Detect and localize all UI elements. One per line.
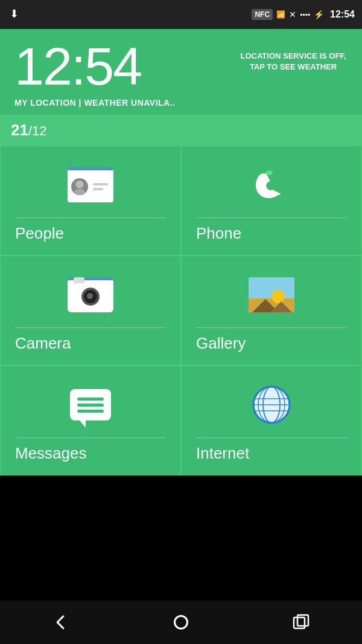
gallery-icon-area [196,273,347,317]
people-line [93,188,103,190]
gallery-mountain2 [270,301,292,312]
app-cell-messages[interactable]: Messages [0,365,181,475]
gallery-icon [249,277,294,312]
internet-icon-area [196,383,347,427]
app-grid: People Phone Camera [0,146,362,475]
app-cell-camera[interactable]: Camera [0,256,181,365]
weather-notice: LOCATION SERVICE IS OFF, TAP TO SEE WEAT… [239,51,348,72]
app-cell-gallery[interactable]: Gallery [181,256,362,365]
phone-icon [253,166,290,205]
back-icon [52,614,69,631]
msg-line [77,398,104,401]
people-icon [68,167,113,202]
gallery-ground [249,298,294,312]
people-label: People [15,217,166,243]
camera-icon-area [15,273,166,317]
message-bubble [70,389,111,420]
msg-line [77,410,104,413]
phone-label: Phone [196,217,347,243]
msg-line [77,404,104,407]
people-icon-area [15,163,166,207]
sim-icon: 📶 [276,10,285,19]
weather-widget[interactable]: 12:54 LOCATION SERVICE IS OFF, TAP TO SE… [0,29,362,115]
clock-row: 12:54 LOCATION SERVICE IS OFF, TAP TO SE… [14,40,348,93]
camera-lens [81,288,100,306]
messages-label: Messages [15,437,166,463]
camera-flash [74,277,84,283]
date-bar: 21/12 [0,115,362,146]
status-bar: ⬇ NFC 📶 ✕ ▪▪▪▪ ⚡ 12:54 [0,0,362,29]
app-cell-phone[interactable]: Phone [181,146,362,256]
messages-icon [69,387,112,423]
svg-rect-10 [297,615,308,626]
people-lines [93,183,110,190]
app-cell-internet[interactable]: Internet [181,365,362,475]
gallery-label: Gallery [196,327,347,353]
clock-time: 12:54 [14,40,141,93]
signal-icon: ▪▪▪▪ [300,10,310,19]
x-icon: ✕ [289,10,296,19]
date-day: 21 [11,121,28,139]
people-line [93,183,108,185]
internet-label: Internet [196,437,347,463]
camera-label: Camera [15,327,166,353]
back-button[interactable] [40,608,81,637]
app-cell-people[interactable]: People [0,146,181,256]
date-month: /12 [28,123,47,138]
messages-icon-area [15,383,166,427]
recents-button[interactable] [281,608,322,637]
internet-icon [252,385,291,424]
recents-icon [293,614,310,631]
people-avatar [71,178,88,195]
svg-point-0 [265,170,273,175]
date-text: 21/12 [11,121,351,140]
home-button[interactable] [162,609,200,636]
nav-bar [0,601,362,644]
download-icon: ⬇ [10,7,19,21]
status-time: 12:54 [330,9,355,20]
nfc-icon: NFC [252,9,273,20]
home-icon [174,615,188,630]
svg-rect-9 [294,617,305,628]
location-row: MY LOCATION | WEATHER UNAVILA.. [14,98,348,108]
phone-icon-area [196,163,347,207]
camera-icon [68,277,113,312]
battery-icon: ⚡ [314,10,324,19]
